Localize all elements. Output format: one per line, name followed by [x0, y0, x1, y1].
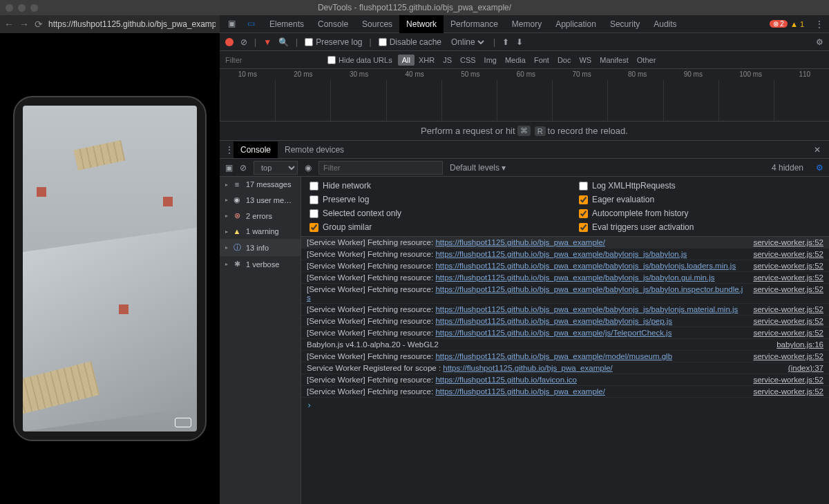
record-icon[interactable]: [225, 38, 234, 46]
log-row[interactable]: [Service Worker] Fetching resource: http…: [301, 260, 829, 272]
filter-type-all[interactable]: All: [398, 55, 414, 66]
sidebar-toggle-icon[interactable]: ▣: [225, 163, 233, 173]
tab-sources[interactable]: Sources: [355, 15, 399, 33]
log-row[interactable]: [Service Worker] Fetching resource: http…: [301, 386, 829, 398]
drawer-tabs: ⋮ ConsoleRemote devices ✕: [220, 141, 829, 159]
tab-elements[interactable]: Elements: [263, 15, 311, 33]
hide-network-checkbox[interactable]: Hide network: [309, 181, 551, 191]
hidden-count: 4 hidden: [772, 163, 803, 173]
filter-row: Hide data URLs AllXHRJSCSSImgMediaFontDo…: [220, 51, 829, 69]
sidebar-item[interactable]: ▸≡17 messages: [220, 177, 301, 192]
back-icon[interactable]: ←: [4, 19, 14, 30]
download-icon[interactable]: ⬇: [516, 37, 523, 47]
log-row[interactable]: [Service Worker] Fetching resource: http…: [301, 351, 829, 362]
tab-console[interactable]: Console: [311, 15, 355, 33]
tab-memory[interactable]: Memory: [505, 15, 549, 33]
upload-icon[interactable]: ⬆: [502, 37, 509, 47]
filter-type-doc[interactable]: Doc: [553, 55, 575, 66]
tab-audits[interactable]: Audits: [647, 15, 683, 33]
live-expr-icon[interactable]: ◉: [305, 163, 312, 173]
group-similar-checkbox[interactable]: Group similar: [309, 222, 551, 232]
log-row[interactable]: [Service Worker] Fetching resource: http…: [301, 237, 829, 249]
drawer-tab-console[interactable]: Console: [234, 142, 278, 158]
empty-state: Perform a request or hit ⌘R to record th…: [220, 122, 829, 141]
disable-cache-checkbox[interactable]: Disable cache: [379, 37, 441, 47]
log-levels-select[interactable]: Default levels ▾: [450, 163, 506, 173]
eval-triggers-checkbox[interactable]: Eval triggers user activation: [579, 222, 821, 232]
filter-type-media[interactable]: Media: [501, 55, 530, 66]
log-row[interactable]: Service Worker Registered for scope : ht…: [301, 362, 829, 374]
sidebar-item[interactable]: ▸▲1 warning: [220, 224, 301, 239]
filter-type-font[interactable]: Font: [530, 55, 553, 66]
throttling-select[interactable]: Online: [448, 37, 486, 48]
device-preview-panel: ← → ⟳ https://flushpot1125.github.io/bjs…: [0, 15, 220, 504]
autocomplete-checkbox[interactable]: Autocomplete from history: [579, 209, 821, 218]
drawer-tab-remote-devices[interactable]: Remote devices: [278, 142, 351, 158]
tab-application[interactable]: Application: [549, 15, 603, 33]
preserve-log-console-checkbox[interactable]: Preserve log: [309, 195, 551, 204]
console-filter-input[interactable]: [318, 161, 443, 175]
clear-console-icon[interactable]: ⊘: [240, 163, 247, 173]
drawer-more-icon[interactable]: ⋮: [225, 145, 234, 155]
console-settings-panel: Hide network Log XMLHttpRequests Preserv…: [301, 177, 829, 237]
tab-security[interactable]: Security: [603, 15, 647, 33]
search-icon[interactable]: 🔍: [278, 37, 289, 47]
inspect-icon[interactable]: ▣: [228, 19, 239, 30]
log-row[interactable]: [Service Worker] Fetching resource: http…: [301, 249, 829, 260]
context-select[interactable]: top: [254, 161, 298, 175]
browser-bar: ← → ⟳ https://flushpot1125.github.io/bjs…: [0, 15, 220, 33]
log-row[interactable]: [Service Worker] Fetching resource: http…: [301, 272, 829, 284]
warning-badge[interactable]: ▲ 1: [790, 20, 804, 28]
console-toolbar: ▣ ⊘ top ◉ Default levels ▾ 4 hidden ⚙: [220, 159, 829, 177]
vr-icon[interactable]: [175, 418, 191, 427]
error-badge[interactable]: ⊗ 2: [770, 20, 788, 28]
filter-type-xhr[interactable]: XHR: [414, 55, 439, 66]
selected-context-checkbox[interactable]: Selected context only: [309, 209, 551, 218]
console-sidebar: ▸≡17 messages▸◉13 user me…▸⊗2 errors▸▲1 …: [220, 177, 301, 504]
clear-icon[interactable]: ⊘: [240, 37, 247, 47]
settings-icon[interactable]: ⚙: [816, 37, 823, 47]
sidebar-item[interactable]: ▸◉13 user me…: [220, 192, 301, 208]
console-prompt[interactable]: ›: [301, 398, 829, 413]
window-controls[interactable]: [6, 4, 38, 12]
filter-type-img[interactable]: Img: [480, 55, 501, 66]
log-row[interactable]: [Service Worker] Fetching resource: http…: [301, 284, 829, 304]
console-settings-icon[interactable]: ⚙: [816, 163, 823, 173]
sidebar-item[interactable]: ▸⊗2 errors: [220, 208, 301, 224]
forward-icon[interactable]: →: [19, 19, 29, 30]
console-log-list: [Service Worker] Fetching resource: http…: [301, 237, 829, 398]
log-row[interactable]: [Service Worker] Fetching resource: http…: [301, 304, 829, 316]
preview-screen[interactable]: [23, 106, 197, 432]
filter-type-js[interactable]: JS: [439, 55, 456, 66]
hide-data-urls-checkbox[interactable]: Hide data URLs: [327, 56, 392, 64]
filter-toggle-icon[interactable]: ▼: [263, 37, 271, 47]
tab-performance[interactable]: Performance: [444, 15, 505, 33]
log-row[interactable]: [Service Worker] Fetching resource: http…: [301, 374, 829, 386]
sidebar-item[interactable]: ▸ⓘ13 info: [220, 239, 301, 256]
device-toggle-icon[interactable]: ▭: [247, 19, 258, 30]
log-row[interactable]: [Service Worker] Fetching resource: http…: [301, 316, 829, 327]
address-bar[interactable]: https://flushpot1125.github.io/bjs_pwa_e…: [48, 19, 216, 29]
filter-type-css[interactable]: CSS: [456, 55, 480, 66]
more-icon[interactable]: ⋮: [810, 19, 829, 29]
network-toolbar: ⊘ | ▼ 🔍 | Preserve log | Disable cache O…: [220, 33, 829, 51]
filter-type-manifest[interactable]: Manifest: [595, 55, 633, 66]
log-row[interactable]: Babylon.js v4.1.0-alpha.20 - WebGL2babyl…: [301, 339, 829, 351]
log-row[interactable]: [Service Worker] Fetching resource: http…: [301, 327, 829, 339]
devtools-tabs: ▣ ▭ ElementsConsoleSourcesNetworkPerform…: [220, 15, 829, 33]
timeline[interactable]: 10 ms20 ms30 ms40 ms50 ms60 ms70 ms80 ms…: [220, 69, 829, 122]
tab-network[interactable]: Network: [399, 15, 444, 33]
filter-input[interactable]: [225, 56, 322, 64]
reload-icon[interactable]: ⟳: [35, 19, 43, 30]
filter-type-ws[interactable]: WS: [575, 55, 595, 66]
sidebar-item[interactable]: ▸✱1 verbose: [220, 256, 301, 272]
eager-eval-checkbox[interactable]: Eager evaluation: [579, 195, 821, 204]
filter-type-other[interactable]: Other: [633, 55, 660, 66]
window-title: DevTools - flushpot1125.github.io/bjs_pw…: [318, 3, 511, 12]
close-icon[interactable]: ✕: [811, 145, 823, 155]
log-xhr-checkbox[interactable]: Log XMLHttpRequests: [579, 181, 821, 191]
title-bar: DevTools - flushpot1125.github.io/bjs_pw…: [0, 0, 829, 15]
preserve-log-checkbox[interactable]: Preserve log: [305, 37, 362, 47]
device-frame: [13, 96, 207, 441]
